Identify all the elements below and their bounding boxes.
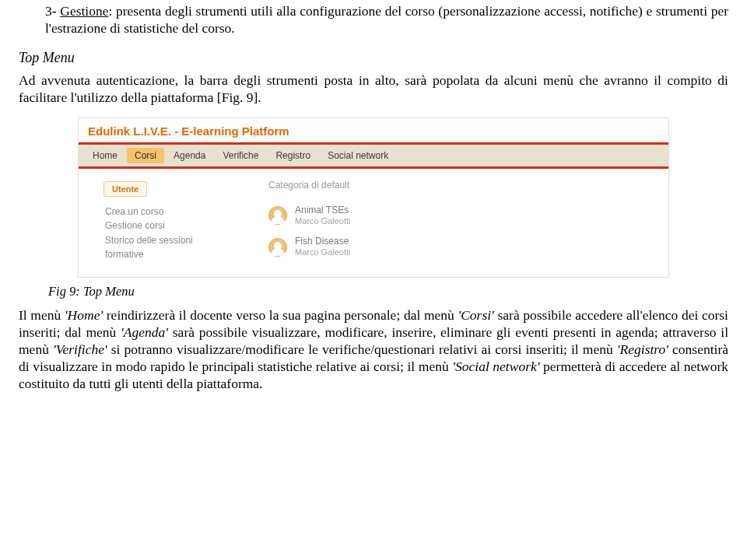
content-area: Utente Crea un corso Gestione corsi Stor… [79,169,668,278]
figure-screenshot: Edulink L.I.V.E. - E-learning Platform H… [78,117,669,278]
sidebar-item-storico-sessioni[interactable]: Storico delle sessioni [105,233,247,248]
course-author: Marco Galeotti [295,247,351,258]
menu-social-network[interactable]: Social network [320,148,396,163]
main-panel: Categoria di default Animal TSEs Marco G… [265,180,659,264]
term-corsi: 'Corsi' [458,307,493,323]
item-title: Gestione [60,3,108,19]
term-social-network: 'Social network' [452,359,539,374]
menu-agenda[interactable]: Agenda [166,148,213,163]
menu-home[interactable]: Home [85,148,125,163]
app-title: Edulink L.I.V.E. - E-learning Platform [79,118,668,142]
course-row[interactable]: Animal TSEs Marco Galeotti [265,200,659,232]
section-heading: Top Menu [19,50,728,66]
sidebar-chip-utente[interactable]: Utente [103,181,147,197]
figure-caption: Fig 9: Top Menu [48,284,728,299]
item-body: : presenta degli strumenti utili alla co… [45,3,728,36]
panel-heading: Categoria di default [265,180,659,200]
list-item-3: 3- Gestione: presenta degli strumenti ut… [19,3,728,37]
menu-registro[interactable]: Registro [268,148,318,163]
text: si potranno visualizzare/modificare le v… [107,341,617,357]
course-text: Animal TSEs Marco Galeotti [295,205,351,227]
course-name: Fish Disease [295,236,351,247]
course-text: Fish Disease Marco Galeotti [295,236,351,258]
app-window: Edulink L.I.V.E. - E-learning Platform H… [78,117,669,278]
term-registro: 'Registro' [617,341,668,357]
text: reindirizzerà il docente verso la sua pa… [103,307,458,323]
paragraph-intro: Ad avvenuta autenticazione, la barra deg… [19,72,728,107]
sidebar-item-formative[interactable]: formative [105,247,247,262]
course-author: Marco Galeotti [295,216,351,227]
item-number: 3- [45,3,60,19]
sidebar: Utente Crea un corso Gestione corsi Stor… [99,180,247,264]
top-menubar: Home Corsi Agenda Verifiche Registro Soc… [79,142,668,169]
text: Il menù [19,307,65,323]
user-icon [268,206,287,225]
document-page: 3- Gestione: presenta degli strumenti ut… [0,0,747,560]
menu-verifiche[interactable]: Verifiche [215,148,266,163]
sidebar-list: Crea un corso Gestione corsi Storico del… [99,205,247,262]
term-agenda: 'Agenda' [121,324,168,340]
user-icon [268,238,287,257]
course-name: Animal TSEs [295,205,351,216]
term-verifiche: 'Verifiche' [53,341,107,357]
sidebar-item-gestione-corsi[interactable]: Gestione corsi [105,219,247,233]
course-row[interactable]: Fish Disease Marco Galeotti [265,231,659,263]
paragraph-body: Il menù 'Home' reindirizzerà il docente … [19,307,728,392]
term-home: 'Home' [65,307,103,323]
sidebar-item-crea-corso[interactable]: Crea un corso [105,205,247,219]
menu-corsi[interactable]: Corsi [127,148,164,163]
